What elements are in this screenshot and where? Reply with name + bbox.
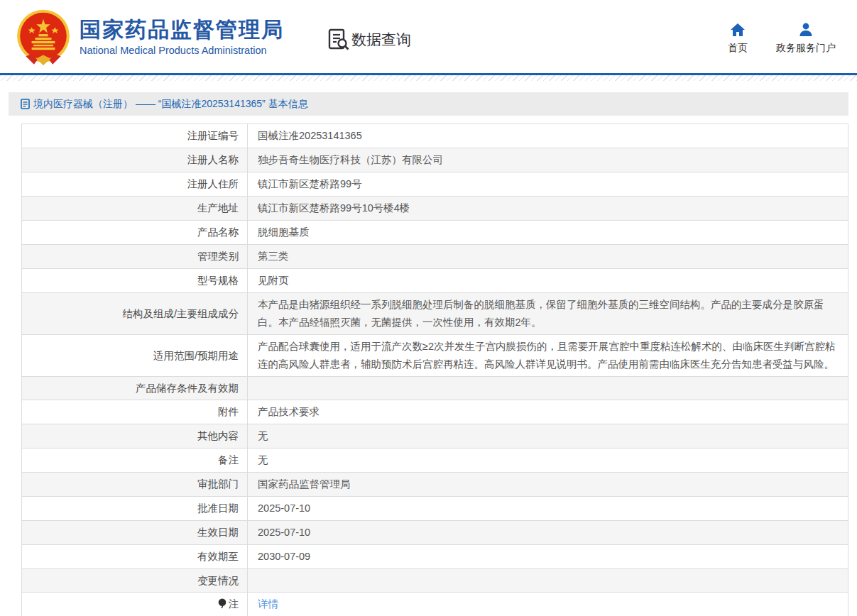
row-value: 国家药品监督管理局 — [248, 473, 848, 497]
site-title-block: 国家药品监督管理局 National Medical Products Admi… — [80, 18, 284, 56]
table-row: 产品名称 脱细胞基质 — [22, 221, 848, 245]
header-nav: 首页 政务服务门户 — [728, 18, 836, 55]
row-label-text: 型号规格 — [197, 275, 239, 286]
table-row: 注册人名称 独步吾奇生物医疗科技（江苏）有限公司 — [22, 148, 848, 172]
table-row: 注 详情 — [22, 593, 848, 616]
row-label: 管理类别 — [22, 245, 248, 269]
row-value: 见附页 — [248, 269, 848, 293]
row-label: 批准日期 — [22, 497, 248, 521]
table-row: 注册人住所 镇江市新区楚桥路99号 — [22, 172, 848, 197]
table-row: 备注 无 — [22, 449, 848, 473]
data-query-section[interactable]: 数据查询 — [328, 28, 411, 51]
row-label: 注 — [22, 593, 248, 616]
row-label-text: 注册人名称 — [187, 154, 239, 165]
row-value — [248, 377, 848, 400]
info-table-body: 注册证编号 国械注准20253141365 注册人名称 独步吾奇生物医疗科技（江… — [22, 124, 848, 616]
user-icon — [797, 21, 814, 38]
row-label: 有效期至 — [22, 545, 248, 569]
row-label-text: 注册人住所 — [187, 178, 239, 189]
row-label: 备注 — [22, 449, 248, 473]
row-label: 产品名称 — [22, 221, 248, 245]
row-value: 镇江市新区楚桥路99号10号楼4楼 — [248, 197, 848, 221]
breadcrumb: 境内医疗器械（注册） —— “国械注准20253141365” 基本信息 — [9, 92, 848, 116]
site-header: 国家药品监督管理局 National Medical Products Admi… — [0, 0, 857, 73]
row-label: 审批部门 — [22, 473, 248, 497]
row-label-text: 生产地址 — [197, 202, 239, 214]
row-label: 注册人住所 — [22, 172, 248, 197]
row-value: 独步吾奇生物医疗科技（江苏）有限公司 — [248, 148, 848, 172]
row-label-text: 备注 — [218, 454, 239, 466]
row-label: 结构及组成/主要组成成分 — [22, 293, 248, 335]
row-value: 2025-07-10 — [248, 497, 848, 521]
row-value: 国械注准20253141365 — [248, 124, 848, 148]
row-label: 生产地址 — [22, 197, 248, 221]
registration-info-table: 注册证编号 国械注准20253141365 注册人名称 独步吾奇生物医疗科技（江… — [21, 123, 848, 616]
row-label-text: 注册证编号 — [187, 130, 239, 141]
row-value: 本产品是由猪源组织经一系列脱细胞处理后制备的脱细胞基质，保留了细胞外基质的三维空… — [248, 293, 848, 335]
table-row: 生效日期 2025-07-10 — [22, 521, 848, 545]
table-row: 附件 产品技术要求 — [22, 400, 848, 424]
document-search-icon — [328, 28, 349, 51]
row-label-text: 审批部门 — [197, 478, 239, 490]
row-value: 2030-07-09 — [248, 545, 848, 569]
row-label-text: 注 — [229, 598, 239, 610]
row-label: 注册证编号 — [22, 124, 248, 148]
row-label: 适用范围/预期用途 — [22, 335, 248, 377]
main-content: 境内医疗器械（注册） —— “国械注准20253141365” 基本信息 注册证… — [9, 92, 848, 616]
home-icon — [729, 21, 746, 38]
row-label: 其他内容 — [22, 424, 248, 449]
hatch-strip — [0, 75, 857, 81]
row-label-text: 产品储存条件及有效期 — [136, 383, 239, 394]
registration-info-table-wrap: 注册证编号 国械注准20253141365 注册人名称 独步吾奇生物医疗科技（江… — [21, 123, 848, 616]
row-label-text: 其他内容 — [197, 430, 239, 441]
site-title-cn: 国家药品监督管理局 — [80, 18, 284, 42]
table-row: 其他内容 无 — [22, 424, 848, 449]
row-value: 脱细胞基质 — [248, 221, 848, 245]
table-row: 产品储存条件及有效期 — [22, 377, 848, 400]
row-label: 注册人名称 — [22, 148, 248, 172]
nav-item-gov-portal[interactable]: 政务服务门户 — [776, 21, 836, 55]
row-label-text: 附件 — [218, 406, 239, 417]
table-row: 批准日期 2025-07-10 — [22, 497, 848, 521]
site-title-en: National Medical Products Administration — [80, 45, 284, 56]
row-value: 产品技术要求 — [248, 400, 848, 424]
table-row: 注册证编号 国械注准20253141365 — [22, 124, 848, 148]
nav-item-label: 首页 — [728, 42, 748, 55]
row-label-text: 生效日期 — [197, 527, 239, 538]
row-label: 变更情况 — [22, 569, 248, 593]
row-value: 第三类 — [248, 245, 848, 269]
nav-item-label: 政务服务门户 — [776, 42, 836, 55]
row-value: 产品配合球囊使用，适用于流产次数≥2次并发生子宫内膜损伤的，且需要开展宫腔中重度… — [248, 335, 848, 377]
row-label: 生效日期 — [22, 521, 248, 545]
row-label: 型号规格 — [22, 269, 248, 293]
row-label-text: 结构及组成/主要组成成分 — [122, 308, 239, 319]
row-label-text: 有效期至 — [197, 551, 239, 562]
row-value: 2025-07-10 — [248, 521, 848, 545]
row-label-text: 变更情况 — [197, 575, 239, 586]
row-label-text: 产品名称 — [197, 226, 239, 238]
row-label-text: 适用范围/预期用途 — [153, 350, 239, 361]
nav-item-home[interactable]: 首页 — [728, 21, 748, 55]
table-row: 型号规格 见附页 — [22, 269, 848, 293]
row-value — [248, 569, 848, 593]
row-value: 无 — [248, 424, 848, 449]
table-row: 适用范围/预期用途 产品配合球囊使用，适用于流产次数≥2次并发生子宫内膜损伤的，… — [22, 335, 848, 377]
row-label: 产品储存条件及有效期 — [22, 377, 248, 400]
table-row: 结构及组成/主要组成成分 本产品是由猪源组织经一系列脱细胞处理后制备的脱细胞基质… — [22, 293, 848, 335]
row-label-text: 管理类别 — [197, 251, 239, 262]
detail-link[interactable]: 详情 — [258, 598, 278, 610]
table-row: 管理类别 第三类 — [22, 245, 848, 269]
document-icon — [21, 99, 30, 109]
table-row: 审批部门 国家药品监督管理局 — [22, 473, 848, 497]
row-label: 附件 — [22, 400, 248, 424]
breadcrumb-text: 境内医疗器械（注册） —— “国械注准20253141365” 基本信息 — [33, 98, 308, 111]
table-row: 变更情况 — [22, 569, 848, 593]
row-value: 镇江市新区楚桥路99号 — [248, 172, 848, 197]
row-value: 详情 — [248, 593, 848, 616]
table-row: 生产地址 镇江市新区楚桥路99号10号楼4楼 — [22, 197, 848, 221]
row-value: 无 — [248, 449, 848, 473]
note-icon — [218, 598, 226, 609]
row-label-text: 批准日期 — [197, 502, 239, 514]
national-emblem-logo[interactable] — [14, 8, 72, 67]
table-row: 有效期至 2030-07-09 — [22, 545, 848, 569]
